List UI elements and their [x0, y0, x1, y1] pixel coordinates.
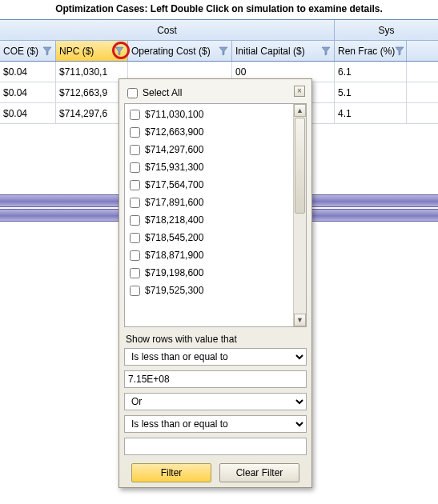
- filter-icon[interactable]: [42, 46, 52, 56]
- filter-value-row[interactable]: $711,030,100: [127, 106, 291, 123]
- filter-icon[interactable]: [395, 46, 404, 56]
- filter-value-row[interactable]: $719,198,600: [127, 264, 291, 282]
- filter-icon[interactable]: [115, 46, 124, 56]
- col-label: Ren Frac (%): [338, 46, 395, 57]
- filter-op2-select[interactable]: Is less than or equal to: [124, 415, 307, 433]
- group-sys: Sys: [335, 20, 438, 40]
- cell-coe: $0.04: [0, 103, 56, 123]
- col-label: COE ($): [3, 46, 42, 57]
- cell-sys: [407, 103, 438, 123]
- col-header-cap[interactable]: Initial Capital ($): [232, 41, 335, 61]
- filter-value-checkbox[interactable]: [130, 286, 140, 296]
- filter-value-checkbox[interactable]: [130, 198, 140, 208]
- filter-value-label: $711,030,100: [145, 109, 203, 120]
- filter-value-label: $715,931,300: [145, 162, 203, 173]
- select-all-checkbox[interactable]: [127, 88, 138, 98]
- scroll-thumb[interactable]: [295, 118, 305, 214]
- filter-value-label: $718,871,900: [145, 250, 203, 261]
- filter-value-checkbox[interactable]: [130, 180, 140, 190]
- cell-npc: $712,663,9: [56, 82, 128, 102]
- filter-value-row[interactable]: $715,931,300: [127, 158, 291, 176]
- cell-ren: 4.1: [335, 103, 407, 123]
- filter-value-checkbox[interactable]: [130, 233, 140, 243]
- filter-value-checkbox[interactable]: [130, 110, 140, 120]
- clear-filter-button[interactable]: Clear Filter: [219, 463, 299, 482]
- filter-value-checkbox[interactable]: [130, 127, 140, 138]
- filter-val1-input[interactable]: [124, 370, 307, 388]
- filter-value-row[interactable]: $717,564,700: [127, 176, 291, 194]
- filter-val2-input[interactable]: [124, 438, 307, 455]
- filter-value-label: $718,218,400: [145, 214, 203, 226]
- group-cost: Cost: [0, 20, 335, 40]
- close-icon[interactable]: ×: [294, 86, 305, 97]
- filter-op1-select[interactable]: Is less than or equal to: [124, 348, 307, 366]
- select-all-row[interactable]: Select All ×: [124, 84, 307, 102]
- filter-value-row[interactable]: $718,218,400: [127, 211, 291, 229]
- header-columns-row: COE ($) NPC ($) Operating Cost ($) Initi…: [0, 41, 438, 62]
- header-group-row: Cost Sys: [0, 20, 438, 41]
- cell-coe: $0.04: [0, 62, 56, 82]
- col-label: Operating Cost ($): [131, 46, 219, 57]
- col-header-npc[interactable]: NPC ($): [56, 41, 128, 61]
- cell-coe: $0.04: [0, 82, 56, 102]
- col-label: Initial Capital ($): [235, 46, 321, 57]
- filter-button[interactable]: Filter: [131, 463, 211, 482]
- page-title: Optimization Cases: Left Double Click on…: [0, 0, 438, 19]
- filter-value-label: $714,297,600: [145, 144, 203, 155]
- filter-value-checkbox[interactable]: [130, 215, 140, 226]
- filter-value-checkbox[interactable]: [130, 145, 140, 155]
- filter-value-row[interactable]: $717,891,600: [127, 194, 291, 211]
- filter-icon[interactable]: [321, 46, 331, 56]
- cell-sys: [407, 62, 438, 82]
- col-header-coe[interactable]: COE ($): [0, 41, 56, 61]
- filter-values-list: $711,030,100 $712,663,900 $714,297,600 $…: [124, 103, 307, 327]
- col-header-op[interactable]: Operating Cost ($): [128, 41, 232, 61]
- scrollbar[interactable]: ▲ ▼: [293, 104, 306, 326]
- filter-value-row[interactable]: $718,871,900: [127, 246, 291, 264]
- show-rows-label: Show rows with value that: [126, 334, 305, 345]
- cell-sys: [407, 82, 438, 102]
- cell-npc: $711,030,1: [56, 62, 128, 82]
- col-header-sys-gap: [407, 41, 438, 61]
- filter-value-label: $718,545,200: [145, 232, 203, 243]
- filter-value-row[interactable]: $719,525,300: [127, 282, 291, 299]
- filter-value-row[interactable]: $714,297,600: [127, 141, 291, 158]
- filter-value-label: $712,663,900: [145, 126, 203, 138]
- cell-npc: $714,297,6: [56, 103, 128, 123]
- filter-value-label: $719,525,300: [145, 285, 203, 296]
- filter-conj-select[interactable]: Or: [124, 393, 307, 410]
- filter-value-label: $719,198,600: [145, 267, 203, 278]
- filter-value-row[interactable]: $718,545,200: [127, 229, 291, 246]
- cell-ren: 6.1: [335, 62, 407, 82]
- filter-value-row[interactable]: $712,663,900: [127, 123, 291, 141]
- filter-popup: Select All × $711,030,100 $712,663,900 $…: [119, 78, 312, 488]
- filter-value-label: $717,564,700: [145, 179, 203, 190]
- cell-ren: 5.1: [335, 82, 407, 102]
- filter-value-label: $717,891,600: [145, 197, 203, 208]
- filter-value-checkbox[interactable]: [130, 250, 140, 261]
- filter-icon[interactable]: [219, 46, 228, 56]
- filter-value-checkbox[interactable]: [130, 162, 140, 173]
- col-label: NPC ($): [59, 46, 115, 57]
- scroll-down-icon[interactable]: ▼: [294, 314, 306, 326]
- scroll-up-icon[interactable]: ▲: [294, 104, 306, 117]
- col-header-ren[interactable]: Ren Frac (%): [335, 41, 407, 61]
- select-all-label: Select All: [143, 87, 182, 98]
- filter-value-checkbox[interactable]: [130, 268, 140, 278]
